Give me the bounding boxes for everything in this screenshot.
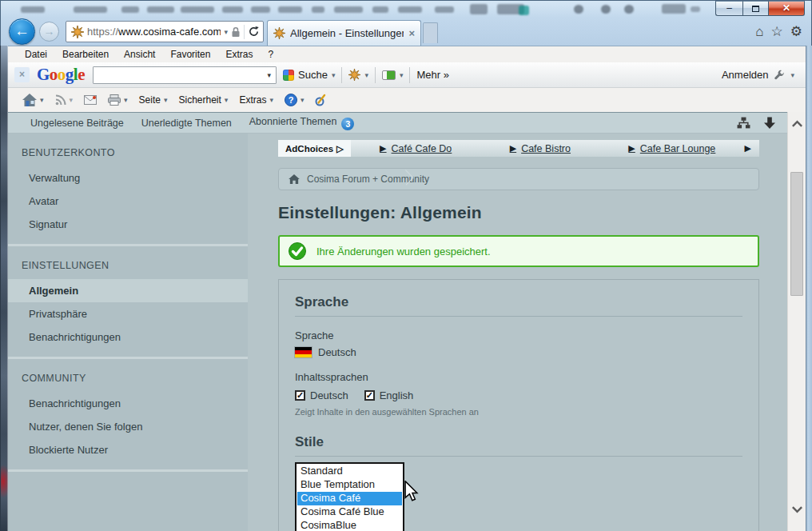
read-mail-button[interactable] xyxy=(81,95,100,105)
menu-item[interactable]: Bearbeiten xyxy=(62,49,109,60)
menu-item[interactable]: Favoriten xyxy=(170,49,210,60)
dropdown-icon[interactable]: ▾ xyxy=(40,96,44,104)
sidebar-item[interactable]: Benachrichtigungen xyxy=(8,325,248,349)
settings-gear-icon[interactable]: ⚙ xyxy=(790,24,802,40)
checkbox-english[interactable]: ✓English xyxy=(364,389,414,401)
sidebar-item[interactable]: Privatsphäre xyxy=(8,302,248,325)
maximize-button[interactable] xyxy=(742,1,769,16)
command-bar: ▾ ▾ ▾ Seite ▾ Sicherheit ▾ Extras ▾ ▾ xyxy=(8,88,806,112)
play-icon: ▶ xyxy=(380,143,386,154)
toolbar-close-icon[interactable]: × xyxy=(14,67,30,82)
listbox-option[interactable]: Blue Temptation xyxy=(297,478,402,492)
adchoices-label[interactable]: AdChoices▷ xyxy=(278,140,351,157)
url-text[interactable]: https://www.cosima-cafe.com/ xyxy=(87,26,221,38)
divider xyxy=(244,25,245,39)
breadcrumb[interactable]: Cosima Forum + Community xyxy=(278,168,759,190)
dropdown-icon[interactable]: ▾ xyxy=(124,96,128,104)
count-badge: 3 xyxy=(341,118,354,130)
language-value: Deutsch xyxy=(318,346,356,358)
safety-menu[interactable]: Sicherheit ▾ xyxy=(175,94,231,106)
address-dropdown-icon[interactable]: ▾ xyxy=(224,28,228,36)
unresolved-topics-link[interactable]: Unerledigte Themen xyxy=(141,118,232,129)
google-search-input[interactable] xyxy=(94,68,262,82)
page-title: Einstellungen: Allgemein xyxy=(278,203,759,222)
listbox-option[interactable]: Cosima Café xyxy=(297,492,402,505)
help-button[interactable]: ▾ xyxy=(281,94,308,106)
ad-link[interactable]: ▶Cafe Bar Lounge xyxy=(628,143,715,154)
unread-posts-link[interactable]: Ungelesene Beiträge xyxy=(30,118,124,129)
ad-link[interactable]: ▶Café Cafe Do xyxy=(380,143,452,154)
google-logo: Google xyxy=(37,65,85,85)
dropdown-icon[interactable]: ▾ xyxy=(301,96,304,104)
menu-item[interactable]: Extras xyxy=(225,49,253,60)
checkbox-deutsch[interactable]: ✓Deutsch xyxy=(295,389,348,401)
listbox-option[interactable]: Standard xyxy=(297,465,402,478)
dropdown-icon: ▾ xyxy=(225,96,229,104)
home-icon[interactable]: ⌂ xyxy=(755,24,763,40)
ad-link[interactable]: ▶Cafe Bistro xyxy=(510,143,571,154)
background-ghost xyxy=(691,6,700,12)
menu-item[interactable]: Ansicht xyxy=(124,49,155,60)
navigation-bar: ← → https://www.cosima-cafe.com/ ▾ Allge… xyxy=(0,18,812,46)
sidebar-item[interactable]: Allgemein xyxy=(8,279,248,302)
tab-close-icon[interactable]: × xyxy=(408,27,415,39)
scroll-down-button[interactable] xyxy=(788,501,806,517)
sitemap-icon[interactable] xyxy=(737,117,750,129)
back-button[interactable]: ← xyxy=(9,18,35,45)
dropdown-icon[interactable]: ▾ xyxy=(790,71,794,79)
background-ghost xyxy=(435,6,454,13)
close-button[interactable]: ✕ xyxy=(769,1,805,16)
google-search-box[interactable]: ▾ xyxy=(93,66,277,84)
menu-item[interactable]: Datei xyxy=(25,49,47,60)
scroll-up-button[interactable] xyxy=(788,116,806,132)
forward-button[interactable]: → xyxy=(39,22,59,42)
search-dropdown-icon[interactable]: ▾ xyxy=(262,71,276,79)
language-label: Sprache xyxy=(295,329,742,341)
sidebar-item[interactable]: Benachrichtigungen xyxy=(8,392,248,415)
titlebar[interactable]: – ✕ xyxy=(0,0,812,18)
ad-next-icon[interactable]: ▶ xyxy=(745,143,759,154)
sidebar-item[interactable]: Verwaltung xyxy=(8,166,248,190)
jump-down-icon[interactable] xyxy=(763,117,776,130)
background-ghost xyxy=(181,6,214,13)
listbox-option[interactable]: CosimaBlue xyxy=(297,519,402,531)
new-tab-button[interactable] xyxy=(423,22,438,43)
menu-item[interactable]: ? xyxy=(268,49,273,60)
dropdown-icon[interactable]: ▾ xyxy=(332,71,336,79)
dropdown-icon[interactable]: ▾ xyxy=(70,96,74,104)
mail-icon xyxy=(84,95,97,105)
browser-tab[interactable]: Allgemein - Einstellungen -... × xyxy=(267,20,421,46)
checkbox-icon[interactable]: ✓ xyxy=(364,390,375,401)
more-button[interactable]: Mehr » xyxy=(410,69,455,81)
subscribed-topics-link[interactable]: Abonnierte Themen3 xyxy=(249,116,355,130)
sign-in-link[interactable]: Anmelden xyxy=(722,69,769,81)
dropdown-icon[interactable]: ▾ xyxy=(364,71,368,79)
page-menu[interactable]: Seite ▾ xyxy=(136,94,171,106)
listbox-option[interactable]: Cosima Café Blue xyxy=(297,505,402,519)
wrench-icon[interactable] xyxy=(774,70,785,81)
dropdown-icon[interactable]: ▾ xyxy=(400,71,404,79)
language-value-row[interactable]: Deutsch xyxy=(295,346,742,358)
style-listbox[interactable]: StandardBlue TemptationCosima CaféCosima… xyxy=(295,462,404,531)
sidebar-section-title: BENUTZERKONTO xyxy=(8,134,248,166)
autofill-button[interactable]: ▾ xyxy=(376,70,410,80)
window-controls: – ✕ xyxy=(715,1,805,16)
minimize-button[interactable]: – xyxy=(715,1,742,16)
sidebar-item[interactable]: Nutzer, denen Sie folgen xyxy=(8,415,248,438)
refresh-icon[interactable] xyxy=(248,26,260,38)
feeds-button[interactable]: ▾ xyxy=(52,94,77,106)
home-button[interactable]: ▾ xyxy=(19,94,47,106)
scrollbar-thumb[interactable] xyxy=(790,172,803,296)
bookmark-star-button[interactable]: ▾ xyxy=(342,69,375,81)
google-search-button[interactable]: Suche ▾ xyxy=(277,69,341,81)
addon-button[interactable] xyxy=(312,94,329,106)
sidebar-item[interactable]: Signatur xyxy=(8,213,248,236)
print-button[interactable]: ▾ xyxy=(105,94,131,106)
sidebar-item[interactable]: Avatar xyxy=(8,190,248,213)
address-bar[interactable]: https://www.cosima-cafe.com/ ▾ xyxy=(66,21,264,42)
favorites-star-icon[interactable]: ☆ xyxy=(771,24,783,40)
checkbox-icon[interactable]: ✓ xyxy=(295,390,305,401)
sidebar-item[interactable]: Blockierte Nutzer xyxy=(8,438,248,461)
vertical-scrollbar[interactable] xyxy=(787,112,806,531)
tools-menu[interactable]: Extras ▾ xyxy=(236,94,277,106)
